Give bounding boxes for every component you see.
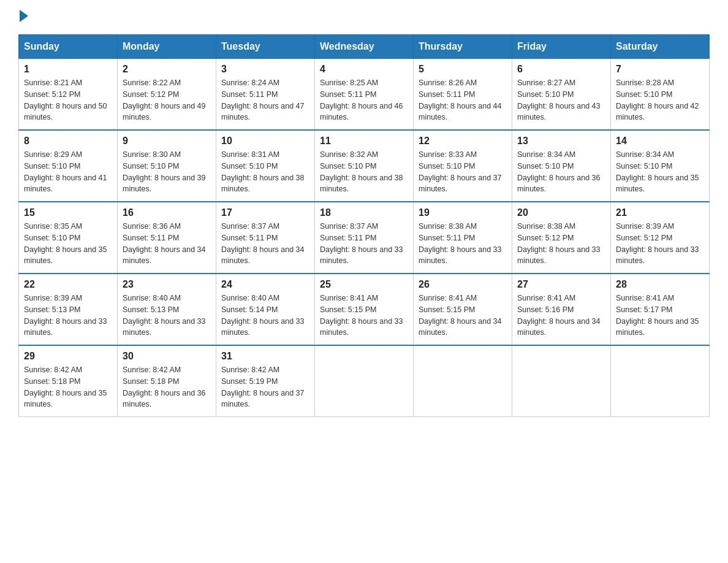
day-number: 21 xyxy=(616,207,704,218)
day-info: Sunrise: 8:34 AMSunset: 5:10 PMDaylight:… xyxy=(616,149,704,195)
calendar-table: SundayMondayTuesdayWednesdayThursdayFrid… xyxy=(18,34,710,417)
day-number: 8 xyxy=(24,136,112,147)
day-info: Sunrise: 8:32 AMSunset: 5:10 PMDaylight:… xyxy=(320,149,408,195)
day-info: Sunrise: 8:35 AMSunset: 5:10 PMDaylight:… xyxy=(24,221,112,267)
day-info: Sunrise: 8:34 AMSunset: 5:10 PMDaylight:… xyxy=(517,149,605,195)
day-number: 31 xyxy=(221,351,309,362)
calendar-header-saturday: Saturday xyxy=(611,35,710,59)
calendar-cell: 17Sunrise: 8:37 AMSunset: 5:11 PMDayligh… xyxy=(216,202,315,274)
calendar-cell: 24Sunrise: 8:40 AMSunset: 5:14 PMDayligh… xyxy=(216,274,315,345)
calendar-cell: 10Sunrise: 8:31 AMSunset: 5:10 PMDayligh… xyxy=(216,130,315,202)
day-info: Sunrise: 8:38 AMSunset: 5:12 PMDaylight:… xyxy=(517,221,605,267)
day-number: 13 xyxy=(517,136,605,147)
day-number: 18 xyxy=(320,207,408,218)
calendar-cell: 18Sunrise: 8:37 AMSunset: 5:11 PMDayligh… xyxy=(315,202,414,274)
calendar-cell: 15Sunrise: 8:35 AMSunset: 5:10 PMDayligh… xyxy=(19,202,118,274)
calendar-header-monday: Monday xyxy=(118,35,216,59)
day-info: Sunrise: 8:37 AMSunset: 5:11 PMDaylight:… xyxy=(320,221,408,267)
day-number: 9 xyxy=(123,136,211,147)
day-number: 5 xyxy=(419,64,507,75)
calendar-cell: 11Sunrise: 8:32 AMSunset: 5:10 PMDayligh… xyxy=(315,130,414,202)
calendar-cell: 1Sunrise: 8:21 AMSunset: 5:12 PMDaylight… xyxy=(19,59,118,131)
calendar-cell: 23Sunrise: 8:40 AMSunset: 5:13 PMDayligh… xyxy=(118,274,216,345)
calendar-week-row: 22Sunrise: 8:39 AMSunset: 5:13 PMDayligh… xyxy=(19,274,710,345)
day-info: Sunrise: 8:40 AMSunset: 5:14 PMDaylight:… xyxy=(221,293,309,339)
calendar-cell: 25Sunrise: 8:41 AMSunset: 5:15 PMDayligh… xyxy=(315,274,414,345)
day-info: Sunrise: 8:33 AMSunset: 5:10 PMDaylight:… xyxy=(419,149,507,195)
calendar-cell: 9Sunrise: 8:30 AMSunset: 5:10 PMDaylight… xyxy=(118,130,216,202)
day-number: 1 xyxy=(24,64,112,75)
calendar-cell xyxy=(315,345,414,417)
calendar-cell: 13Sunrise: 8:34 AMSunset: 5:10 PMDayligh… xyxy=(512,130,611,202)
day-info: Sunrise: 8:36 AMSunset: 5:11 PMDaylight:… xyxy=(123,221,211,267)
calendar-cell: 19Sunrise: 8:38 AMSunset: 5:11 PMDayligh… xyxy=(414,202,512,274)
day-info: Sunrise: 8:42 AMSunset: 5:18 PMDaylight:… xyxy=(24,364,112,410)
day-info: Sunrise: 8:41 AMSunset: 5:17 PMDaylight:… xyxy=(616,293,704,339)
calendar-cell: 12Sunrise: 8:33 AMSunset: 5:10 PMDayligh… xyxy=(414,130,512,202)
calendar-cell: 28Sunrise: 8:41 AMSunset: 5:17 PMDayligh… xyxy=(611,274,710,345)
calendar-cell: 20Sunrise: 8:38 AMSunset: 5:12 PMDayligh… xyxy=(512,202,611,274)
day-number: 3 xyxy=(221,64,309,75)
day-info: Sunrise: 8:42 AMSunset: 5:19 PMDaylight:… xyxy=(221,364,309,410)
calendar-week-row: 15Sunrise: 8:35 AMSunset: 5:10 PMDayligh… xyxy=(19,202,710,274)
day-number: 15 xyxy=(24,207,112,218)
day-info: Sunrise: 8:31 AMSunset: 5:10 PMDaylight:… xyxy=(221,149,309,195)
calendar-cell: 7Sunrise: 8:28 AMSunset: 5:10 PMDaylight… xyxy=(611,59,710,131)
calendar-cell: 5Sunrise: 8:26 AMSunset: 5:11 PMDaylight… xyxy=(414,59,512,131)
day-info: Sunrise: 8:21 AMSunset: 5:12 PMDaylight:… xyxy=(24,77,112,123)
calendar-cell: 29Sunrise: 8:42 AMSunset: 5:18 PMDayligh… xyxy=(19,345,118,417)
day-number: 12 xyxy=(419,136,507,147)
calendar-week-row: 29Sunrise: 8:42 AMSunset: 5:18 PMDayligh… xyxy=(19,345,710,417)
day-number: 11 xyxy=(320,136,408,147)
calendar-cell xyxy=(512,345,611,417)
calendar-cell: 2Sunrise: 8:22 AMSunset: 5:12 PMDaylight… xyxy=(118,59,216,131)
calendar-cell: 6Sunrise: 8:27 AMSunset: 5:10 PMDaylight… xyxy=(512,59,611,131)
calendar-header-row: SundayMondayTuesdayWednesdayThursdayFrid… xyxy=(19,35,710,59)
day-info: Sunrise: 8:25 AMSunset: 5:11 PMDaylight:… xyxy=(320,77,408,123)
day-number: 10 xyxy=(221,136,309,147)
calendar-cell: 31Sunrise: 8:42 AMSunset: 5:19 PMDayligh… xyxy=(216,345,315,417)
calendar-header-thursday: Thursday xyxy=(414,35,512,59)
day-number: 14 xyxy=(616,136,704,147)
day-info: Sunrise: 8:41 AMSunset: 5:15 PMDaylight:… xyxy=(320,293,408,339)
day-number: 19 xyxy=(419,207,507,218)
day-number: 6 xyxy=(517,64,605,75)
day-info: Sunrise: 8:39 AMSunset: 5:13 PMDaylight:… xyxy=(24,293,112,339)
day-info: Sunrise: 8:41 AMSunset: 5:16 PMDaylight:… xyxy=(517,293,605,339)
calendar-cell: 26Sunrise: 8:41 AMSunset: 5:15 PMDayligh… xyxy=(414,274,512,345)
day-number: 27 xyxy=(517,279,605,290)
logo-blue-part xyxy=(18,12,28,22)
day-number: 16 xyxy=(123,207,211,218)
calendar-cell xyxy=(414,345,512,417)
day-number: 29 xyxy=(24,351,112,362)
day-number: 26 xyxy=(419,279,507,290)
day-info: Sunrise: 8:26 AMSunset: 5:11 PMDaylight:… xyxy=(419,77,507,123)
day-number: 25 xyxy=(320,279,408,290)
logo xyxy=(18,12,28,22)
day-info: Sunrise: 8:41 AMSunset: 5:15 PMDaylight:… xyxy=(419,293,507,339)
day-info: Sunrise: 8:24 AMSunset: 5:11 PMDaylight:… xyxy=(221,77,309,123)
day-info: Sunrise: 8:29 AMSunset: 5:10 PMDaylight:… xyxy=(24,149,112,195)
day-info: Sunrise: 8:42 AMSunset: 5:18 PMDaylight:… xyxy=(123,364,211,410)
day-info: Sunrise: 8:30 AMSunset: 5:10 PMDaylight:… xyxy=(123,149,211,195)
calendar-cell: 14Sunrise: 8:34 AMSunset: 5:10 PMDayligh… xyxy=(611,130,710,202)
day-number: 28 xyxy=(616,279,704,290)
day-number: 17 xyxy=(221,207,309,218)
calendar-cell: 4Sunrise: 8:25 AMSunset: 5:11 PMDaylight… xyxy=(315,59,414,131)
calendar-header-tuesday: Tuesday xyxy=(216,35,315,59)
day-info: Sunrise: 8:39 AMSunset: 5:12 PMDaylight:… xyxy=(616,221,704,267)
day-number: 23 xyxy=(123,279,211,290)
day-info: Sunrise: 8:28 AMSunset: 5:10 PMDaylight:… xyxy=(616,77,704,123)
page-header xyxy=(18,12,710,22)
logo-arrow-icon xyxy=(20,10,28,22)
day-number: 4 xyxy=(320,64,408,75)
day-info: Sunrise: 8:27 AMSunset: 5:10 PMDaylight:… xyxy=(517,77,605,123)
day-info: Sunrise: 8:40 AMSunset: 5:13 PMDaylight:… xyxy=(123,293,211,339)
calendar-cell: 16Sunrise: 8:36 AMSunset: 5:11 PMDayligh… xyxy=(118,202,216,274)
calendar-header-wednesday: Wednesday xyxy=(315,35,414,59)
day-number: 30 xyxy=(123,351,211,362)
day-number: 2 xyxy=(123,64,211,75)
calendar-cell xyxy=(611,345,710,417)
calendar-cell: 27Sunrise: 8:41 AMSunset: 5:16 PMDayligh… xyxy=(512,274,611,345)
day-info: Sunrise: 8:37 AMSunset: 5:11 PMDaylight:… xyxy=(221,221,309,267)
